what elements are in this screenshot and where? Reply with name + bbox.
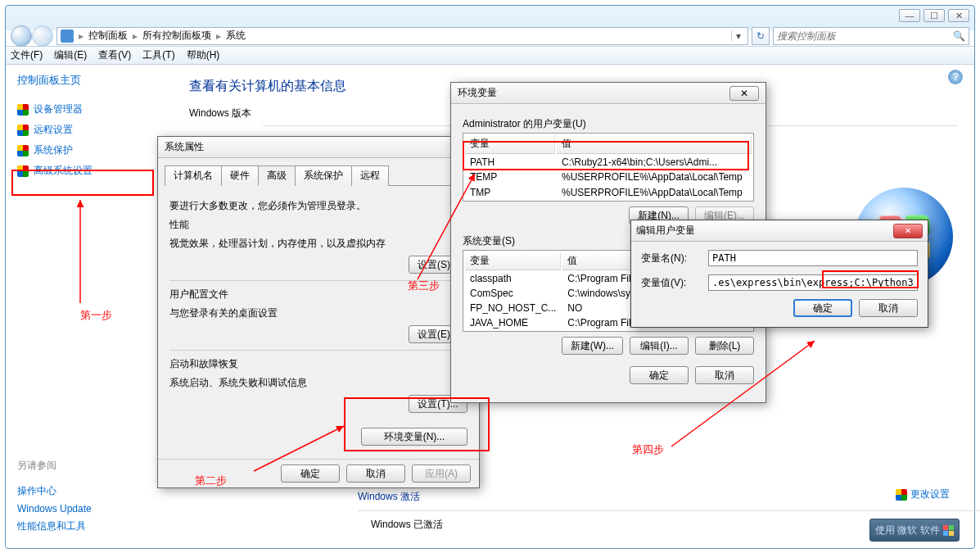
env-cancel-button[interactable]: 取消 — [695, 366, 754, 384]
search-icon[interactable]: 🔍 — [953, 30, 965, 42]
table-row: TEMP%USERPROFILE%\AppData\Local\Temp — [465, 170, 752, 184]
address-toolbar: ▸ 控制面板 ▸ 所有控制面板项 ▸ 系统 ▾ ↻ 🔍 — [6, 25, 974, 47]
crumb-separator: ▸ — [79, 30, 84, 42]
breadcrumb-bar[interactable]: ▸ 控制面板 ▸ 所有控制面板项 ▸ 系统 ▾ — [56, 27, 748, 45]
link-action-center[interactable]: 操作中心 — [17, 484, 92, 498]
sidebar-item-protection[interactable]: 系统保护 — [17, 143, 161, 157]
environment-variables-button[interactable]: 环境变量(N)... — [361, 428, 467, 446]
minimize-button[interactable]: — — [899, 9, 920, 22]
var-value-label: 变量值(V): — [641, 276, 700, 290]
crumb-control-panel[interactable]: 控制面板 — [88, 29, 128, 43]
env-ok-button[interactable]: 确定 — [630, 366, 689, 384]
shield-icon — [17, 145, 29, 156]
startup-heading: 启动和故障恢复 — [169, 357, 467, 371]
maximize-button[interactable]: ☐ — [924, 9, 945, 22]
left-sidebar: 控制面板主页 设备管理器 远程设置 系统保护 高级系统设置 另请参阅 操作中心 … — [6, 65, 173, 546]
forward-button[interactable] — [32, 25, 53, 47]
link-windows-update[interactable]: Windows Update — [17, 503, 92, 514]
table-row: TMP%USERPROFILE%\AppData\Local\Temp — [465, 186, 752, 199]
tab-remote[interactable]: 远程 — [351, 165, 389, 186]
see-also-heading: 另请参阅 — [17, 459, 56, 473]
sysprop-cancel-button[interactable]: 取消 — [346, 465, 405, 483]
col-variable[interactable]: 变量 — [465, 135, 555, 154]
control-panel-home-link[interactable]: 控制面板主页 — [17, 73, 161, 88]
search-box[interactable]: 🔍 — [773, 27, 969, 45]
table-row: PATHC:\Ruby21-x64\bin;C:\Users\Admi... — [465, 156, 752, 169]
control-panel-icon — [61, 29, 74, 43]
menu-file[interactable]: 文件(F) — [11, 48, 43, 62]
user-vars-heading: Administrator 的用户变量(U) — [463, 117, 754, 131]
menu-tools[interactable]: 工具(T) — [142, 48, 174, 62]
sidebar-item-remote[interactable]: 远程设置 — [17, 123, 161, 137]
tab-system-protection[interactable]: 系统保护 — [295, 165, 352, 186]
close-icon[interactable]: ✕ — [729, 86, 759, 101]
close-icon[interactable]: ✕ — [893, 224, 923, 238]
menu-edit[interactable]: 编辑(E) — [54, 48, 87, 62]
admin-note: 要进行大多数更改，您必须作为管理员登录。 — [169, 199, 467, 213]
var-value-input[interactable] — [708, 274, 918, 291]
crumb-system[interactable]: 系统 — [226, 29, 246, 43]
tab-hardware[interactable]: 硬件 — [221, 165, 259, 186]
shield-icon — [17, 125, 29, 136]
back-button[interactable] — [11, 25, 32, 47]
user-vars-table[interactable]: 变量值 PATHC:\Ruby21-x64\bin;C:\Users\Admi.… — [463, 133, 754, 202]
dialog-title: 编辑用户变量 — [636, 224, 695, 238]
system-properties-dialog: 系统属性 计算机名 硬件 高级 系统保护 远程 要进行大多数更改，您必须作为管理… — [157, 136, 480, 488]
help-icon[interactable]: ? — [948, 70, 963, 84]
search-input[interactable] — [777, 30, 953, 42]
profiles-desc: 与您登录有关的桌面设置 — [169, 306, 467, 320]
edit-ok-button[interactable]: 确定 — [793, 299, 852, 317]
dialog-titlebar: 系统属性 — [158, 137, 479, 158]
refresh-button[interactable]: ↻ — [752, 27, 770, 45]
shield-icon — [17, 104, 29, 116]
tab-advanced[interactable]: 高级 — [258, 165, 296, 186]
dialog-title: 系统属性 — [165, 140, 204, 154]
startup-desc: 系统启动、系统失败和调试信息 — [169, 376, 467, 390]
var-name-label: 变量名(N): — [641, 252, 700, 265]
performance-heading: 性能 — [169, 218, 467, 232]
menu-help[interactable]: 帮助(H) — [187, 48, 220, 62]
crumb-all-items[interactable]: 所有控制面板项 — [142, 29, 211, 43]
var-name-input[interactable] — [708, 250, 918, 266]
tab-computer-name[interactable]: 计算机名 — [165, 165, 222, 186]
profiles-heading: 用户配置文件 — [169, 288, 467, 301]
link-performance-info[interactable]: 性能信息和工具 — [17, 519, 92, 533]
col-value[interactable]: 值 — [557, 135, 752, 154]
sysprop-apply-button[interactable]: 应用(A) — [412, 465, 471, 483]
menu-view[interactable]: 查看(V) — [98, 48, 131, 62]
address-dropdown[interactable]: ▾ — [731, 30, 744, 42]
menubar: 文件(F) 编辑(E) 查看(V) 工具(T) 帮助(H) — [6, 47, 974, 65]
sidebar-item-advanced[interactable]: 高级系统设置 — [17, 164, 161, 178]
dialog-title: 环境变量 — [458, 86, 497, 100]
sidebar-item-device-manager[interactable]: 设备管理器 — [17, 102, 161, 116]
sys-new-button[interactable]: 新建(W)... — [562, 337, 623, 355]
genuine-microsoft-badge: 使用 微软 软件 — [869, 519, 960, 542]
close-button[interactable]: ✕ — [948, 9, 969, 22]
titlebar: — ☐ ✕ — [6, 6, 974, 25]
edit-cancel-button[interactable]: 取消 — [859, 299, 918, 317]
sysprop-ok-button[interactable]: 确定 — [281, 465, 340, 483]
dialog-titlebar: 编辑用户变量 ✕ — [631, 220, 928, 242]
sys-edit-button[interactable]: 编辑(I)... — [630, 337, 689, 355]
performance-desc: 视觉效果，处理器计划，内存使用，以及虚拟内存 — [169, 237, 467, 251]
edit-user-variable-dialog: 编辑用户变量 ✕ 变量名(N): 变量值(V): 确定 取消 — [630, 220, 928, 328]
tab-strip: 计算机名 硬件 高级 系统保护 远程 — [165, 165, 472, 186]
dialog-titlebar: 环境变量 ✕ — [451, 83, 765, 104]
sys-delete-button[interactable]: 删除(L) — [695, 337, 754, 355]
shield-icon — [17, 165, 29, 177]
